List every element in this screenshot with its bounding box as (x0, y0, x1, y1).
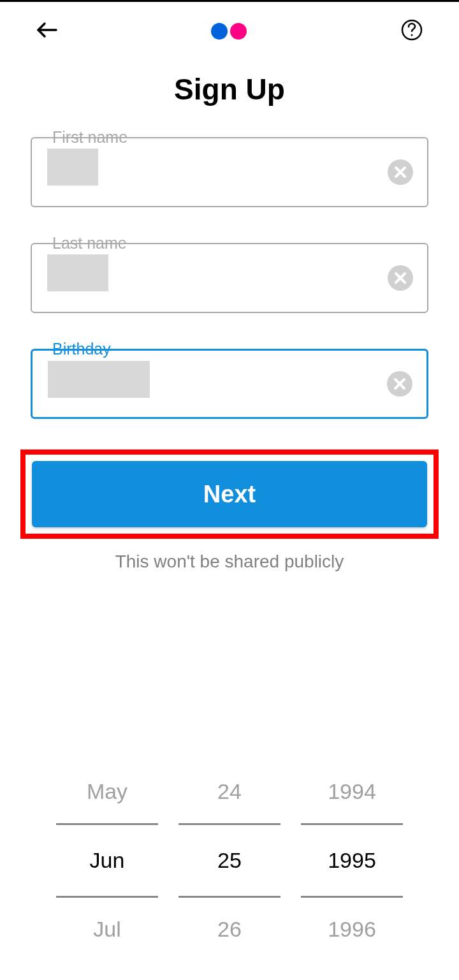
close-icon (388, 265, 413, 291)
day-picker[interactable]: 24 25 26 (178, 760, 280, 961)
month-next: Jul (56, 898, 158, 961)
close-icon (388, 159, 413, 185)
redacted-value (47, 254, 108, 291)
close-icon (387, 371, 412, 397)
month-picker[interactable]: May Jun Jul (56, 760, 158, 961)
redacted-value (48, 361, 150, 398)
privacy-note: This won't be shared publicly (0, 552, 459, 572)
svg-point-2 (411, 34, 413, 36)
day-prev: 24 (178, 760, 280, 823)
last-name-input[interactable] (31, 243, 428, 313)
year-selected: 1995 (301, 823, 403, 898)
year-picker[interactable]: 1994 1995 1996 (301, 760, 403, 961)
last-name-field-wrapper: Last name (31, 243, 428, 313)
signup-form: First name Last name Birthday (0, 106, 459, 419)
logo-dot-pink (230, 23, 247, 40)
flickr-logo (211, 23, 247, 40)
page-title: Sign Up (0, 72, 459, 106)
year-prev: 1994 (301, 760, 403, 823)
picker-row: May Jun Jul 24 25 26 1994 1995 1996 (0, 760, 459, 961)
logo-dot-blue (211, 23, 228, 40)
first-name-field-wrapper: First name (31, 137, 428, 207)
date-picker: May Jun Jul 24 25 26 1994 1995 1996 (0, 760, 459, 980)
back-arrow-button[interactable] (36, 21, 57, 41)
day-next: 26 (178, 898, 280, 961)
header (0, 2, 459, 61)
help-icon (400, 18, 423, 41)
birthday-field-wrapper: Birthday (31, 349, 428, 419)
next-button[interactable]: Next (32, 461, 427, 527)
next-button-highlight: Next (20, 450, 439, 539)
month-prev: May (56, 760, 158, 823)
back-arrow-icon (36, 21, 57, 39)
month-selected: Jun (56, 823, 158, 898)
year-next: 1996 (301, 898, 403, 961)
help-button[interactable] (400, 18, 423, 44)
birthday-input[interactable] (31, 349, 428, 419)
redacted-value (47, 149, 98, 186)
day-selected: 25 (178, 823, 280, 898)
first-name-input[interactable] (31, 137, 428, 207)
